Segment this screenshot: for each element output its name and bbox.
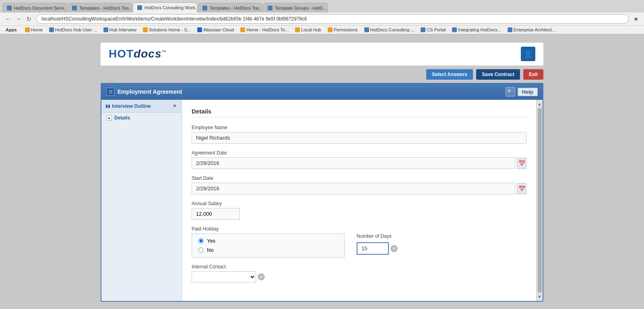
bookmark-solutions[interactable]: Solutions Home - S... xyxy=(140,27,193,33)
sidebar-title-text: Interview Outline xyxy=(112,103,151,109)
agreement-date-input-row: 📅 xyxy=(192,157,526,169)
scrollbar-area: ▲ ▼ xyxy=(536,100,543,301)
tab-consulting-work[interactable]: HotDocs Consulting Work... ✕ xyxy=(133,2,197,12)
help-button[interactable]: Help xyxy=(518,88,538,96)
bookmark-home-hotdocs[interactable]: Home - HotDocs To... xyxy=(238,27,291,33)
star-button[interactable]: ★ xyxy=(631,14,641,24)
agreement-date-calendar-button[interactable]: 📅 xyxy=(517,158,526,169)
browser-chrome: HotDocs Document Servi... ✕ Templates - … xyxy=(0,0,644,35)
tab-favicon-1 xyxy=(7,6,12,10)
paid-holiday-yes-radio[interactable] xyxy=(198,238,204,243)
bookmark-integrating[interactable]: Integrating HotDocs... xyxy=(450,27,503,33)
tab-templates-1[interactable]: Templates - HotDocs Too... ✕ xyxy=(68,3,132,12)
hotdocs-logo: HOTdocs™ xyxy=(109,47,166,60)
paid-holiday-label: Paid Holiday xyxy=(192,226,526,232)
internal-contact-clear-button[interactable]: ✕ xyxy=(258,273,265,280)
bookmark-home[interactable]: Home xyxy=(23,27,45,33)
tab-hotdocs-document[interactable]: HotDocs Document Servi... ✕ xyxy=(2,3,67,12)
back-button[interactable]: ← xyxy=(3,14,13,24)
apps-bookmark[interactable]: Apps xyxy=(3,27,19,33)
bookmark-permissions[interactable]: Permissions xyxy=(325,27,360,33)
address-input[interactable] xyxy=(36,14,629,24)
scroll-thumb[interactable] xyxy=(538,108,542,293)
sidebar-item-icon-details: ■ xyxy=(106,115,112,121)
days-clear-button[interactable]: ✕ xyxy=(390,245,398,252)
sidebar-close-button[interactable]: ✕ xyxy=(171,103,178,109)
start-date-input-row: 📅 xyxy=(192,183,526,194)
tab-favicon-5 xyxy=(268,6,272,10)
bookmark-icon-local-hub xyxy=(295,27,300,32)
paid-holiday-no-radio[interactable] xyxy=(198,247,204,253)
toolbar: Select Answers Save Contract Exit xyxy=(101,66,543,83)
bookmark-icon-permissions xyxy=(328,27,332,32)
bookmarks-bar: Apps Home HotDocs Hub User ... Hub Inter… xyxy=(0,26,644,34)
refresh-button[interactable]: ↻ xyxy=(24,14,34,24)
annual-salary-label: Annual Salary xyxy=(192,201,526,206)
sidebar-item-details[interactable]: ■ Details xyxy=(101,113,182,123)
internal-contact-dropdown-row: ✕ xyxy=(192,271,526,282)
scroll-up-button[interactable]: ▲ xyxy=(537,101,543,107)
radio-group-container: Yes No Number of Days xyxy=(192,233,526,258)
paid-holiday-no-option[interactable]: No xyxy=(198,247,338,253)
calendar-icon-agreement: 📅 xyxy=(518,160,525,167)
clear-icon-contact: ✕ xyxy=(260,275,263,279)
exit-button[interactable]: Exit xyxy=(523,69,543,80)
bookmark-hotdocs-hub[interactable]: HotDocs Hub User ... xyxy=(47,27,99,33)
internal-contact-select[interactable] xyxy=(192,271,256,282)
clear-icon-days: ✕ xyxy=(392,246,396,251)
sidebar-item-label-details: Details xyxy=(114,115,130,121)
paid-holiday-field: Paid Holiday Yes No xyxy=(192,226,526,258)
bookmark-icon-cs xyxy=(421,27,425,32)
paid-holiday-no-label: No xyxy=(207,247,214,253)
section-title: Details xyxy=(192,108,526,117)
form-area: Details Employee Name Agreement Date 📅 xyxy=(182,100,536,301)
bookmark-enterprise[interactable]: Enterprise Architect... xyxy=(505,27,558,33)
app-container: HOTdocs™ 👤 Select Answers Save Contract … xyxy=(101,43,543,302)
start-date-calendar-button[interactable]: 📅 xyxy=(517,183,526,194)
bookmark-hotdocs-consulting[interactable]: HotDocs Consulting ... xyxy=(362,27,417,33)
bookmark-atlassian[interactable]: Atlassian Cloud xyxy=(195,27,236,33)
bookmark-hub-interview[interactable]: Hub Interview xyxy=(101,27,139,33)
number-of-days-label: Number of Days xyxy=(357,233,398,239)
bookmark-icon-solutions xyxy=(143,27,148,32)
employee-name-label: Employee Name xyxy=(192,125,526,130)
start-date-input[interactable] xyxy=(192,183,515,194)
interview-header-right: 🔍 Help xyxy=(506,87,538,97)
select-answers-button[interactable]: Select Answers xyxy=(426,69,473,80)
bookmark-local-hub[interactable]: Local Hub xyxy=(293,27,324,33)
tab-bar: HotDocs Document Servi... ✕ Templates - … xyxy=(0,0,644,12)
tab-favicon-4 xyxy=(202,6,207,10)
bookmark-icon-atlassian xyxy=(197,27,202,32)
bookmark-cs-portal[interactable]: CS Portal xyxy=(418,27,448,33)
bookmark-icon-home xyxy=(25,27,30,32)
internal-contact-field: Internal Contact ✕ xyxy=(192,264,526,282)
calendar-icon-start: 📅 xyxy=(518,185,525,192)
agreement-date-input[interactable] xyxy=(192,157,515,169)
number-of-days-input[interactable] xyxy=(357,242,389,255)
content-area: ▮▮ Interview Outline ✕ ■ Details xyxy=(101,100,543,301)
employee-name-input[interactable] xyxy=(192,132,526,144)
sidebar-header: ▮▮ Interview Outline ✕ xyxy=(101,100,182,113)
forward-button[interactable]: → xyxy=(14,14,23,24)
annual-salary-input[interactable] xyxy=(192,208,240,220)
number-of-days-group: Number of Days ✕ xyxy=(357,233,398,255)
interview-panel: ☷ Employment Agreement 🔍 Help xyxy=(101,83,543,302)
agreement-date-label: Agreement Date xyxy=(192,150,526,156)
bookmark-icon-integrating xyxy=(452,27,457,32)
interview-search-button[interactable]: 🔍 xyxy=(506,87,515,97)
page-body: HOTdocs™ 👤 Select Answers Save Contract … xyxy=(0,35,644,309)
bookmark-icon-hub-interview xyxy=(103,27,108,32)
paid-holiday-radio-group: Yes No xyxy=(192,233,345,258)
bookmark-icon-consulting xyxy=(364,27,369,32)
paid-holiday-yes-option[interactable]: Yes xyxy=(198,238,338,244)
sidebar-header-icons: ✕ xyxy=(171,103,178,109)
save-contract-button[interactable]: Save Contract xyxy=(476,69,520,80)
address-bar-row: ← → ↻ ★ xyxy=(0,12,644,26)
user-avatar[interactable]: 👤 xyxy=(521,47,535,61)
sidebar-title-area: ▮▮ Interview Outline xyxy=(105,103,151,109)
tab-templates-2[interactable]: Templates - HotDocs Too... ✕ xyxy=(198,3,262,12)
tab-template-groups[interactable]: Template Groups - HotD... ✕ xyxy=(263,3,328,12)
scroll-down-button[interactable]: ▼ xyxy=(537,293,543,300)
interview-title-text: Employment Agreement xyxy=(118,89,182,95)
interview-title-icon: ☷ xyxy=(106,88,114,96)
